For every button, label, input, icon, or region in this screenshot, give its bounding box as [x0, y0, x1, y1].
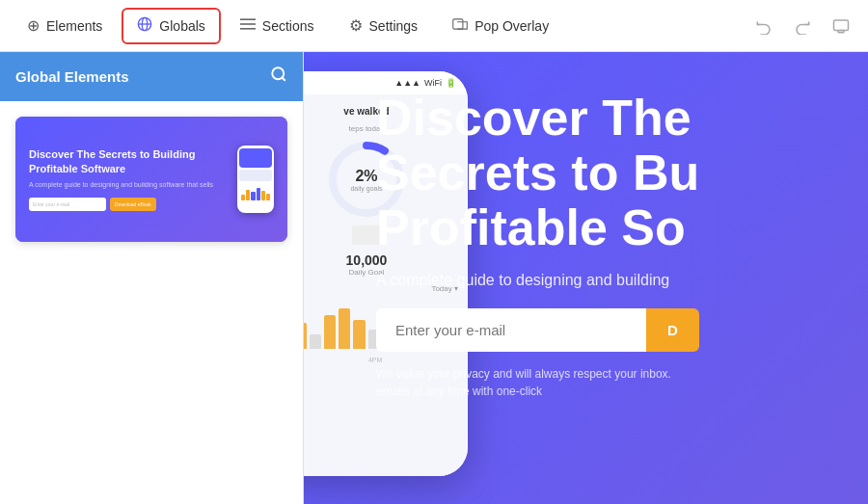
nav-right-icons	[748, 11, 856, 41]
hero-heading-line1: Discover The	[376, 90, 692, 146]
hero-heading-line2: Secrets to Bu	[376, 145, 699, 200]
hero-heading: Discover The Secrets to Bu Profitable So	[376, 91, 839, 256]
hero-privacy-text: We value your privacy and will always re…	[376, 365, 839, 400]
sections-icon	[240, 17, 256, 35]
nav-item-sections[interactable]: Sections	[225, 9, 330, 43]
chart-bar-3	[310, 334, 321, 349]
thumb-phone-mid	[239, 170, 272, 181]
gauge-label: daily goals	[350, 185, 382, 192]
hero-email-row: D	[376, 308, 839, 352]
sidebar-header: Global Elements	[0, 52, 303, 101]
main-area: Global Elements Discover The Secrets to …	[0, 52, 868, 504]
globe-icon	[137, 16, 152, 36]
svg-point-9	[272, 67, 284, 79]
thumb-title: Discover The Secrets to Building Profita…	[29, 147, 226, 175]
signal-icon: ▲▲▲	[394, 78, 420, 88]
thumb-subtitle: A complete guide to designing and buildi…	[29, 180, 226, 190]
thumb-phone-top-section	[239, 148, 272, 168]
hero-text-block: Discover The Secrets to Bu Profitable So…	[347, 91, 868, 400]
thumb-email-placeholder: Enter your e-mail	[33, 201, 69, 207]
hero-subtext: A complete guide to designing and buildi…	[376, 272, 839, 289]
nav-label-globals: Globals	[159, 18, 204, 34]
thumb-phone-chart	[239, 183, 272, 202]
nav-label-settings: Settings	[369, 18, 419, 34]
svg-rect-8	[838, 30, 844, 32]
sidebar: Global Elements Discover The Secrets to …	[0, 52, 304, 504]
nav-item-globals[interactable]: Globals	[122, 8, 220, 44]
redo-button[interactable]	[787, 11, 818, 41]
hero-cta-button[interactable]: D	[646, 308, 699, 352]
sidebar-title: Global Elements	[15, 68, 129, 85]
thumb-email-input: Enter your e-mail	[29, 198, 106, 211]
thumb-email-row: Enter your e-mail Download eBook	[29, 198, 226, 211]
chart-bar-4	[324, 315, 336, 349]
nav-item-settings[interactable]: ⚙ Settings	[334, 8, 434, 43]
hero-email-input[interactable]	[376, 308, 646, 352]
global-element-card[interactable]: Discover The Secrets to Building Profita…	[15, 117, 287, 242]
battery-icon: 🔋	[446, 78, 456, 88]
svg-rect-6	[453, 18, 463, 28]
top-nav: ⊕ Elements Globals Sections ⚙ Settings	[0, 0, 868, 52]
thumb-cta-button: Download eBook	[110, 198, 156, 211]
plus-circle-icon: ⊕	[27, 16, 40, 35]
nav-label-sections: Sections	[262, 18, 314, 34]
chart-bar-2	[304, 323, 307, 350]
nav-label-pop-overlay: Pop Overlay	[475, 18, 549, 34]
gear-icon: ⚙	[349, 16, 363, 35]
hero-heading-line3: Profitable So	[376, 199, 686, 255]
nav-item-pop-overlay[interactable]: Pop Overlay	[437, 9, 564, 43]
wifi-icon: WiFi	[424, 78, 442, 88]
svg-line-10	[282, 77, 285, 80]
thumb-phone-mockup	[226, 146, 274, 213]
svg-rect-7	[834, 20, 849, 31]
thumb-text-block: Discover The Secrets to Building Profita…	[29, 147, 226, 210]
gauge-percent: 2%	[350, 168, 382, 185]
thumb-btn-label: Download eBook	[115, 201, 151, 207]
overlay-icon	[452, 17, 468, 35]
responsive-button[interactable]	[826, 11, 856, 41]
undo-button[interactable]	[748, 11, 779, 41]
search-icon[interactable]	[270, 66, 287, 88]
nav-label-elements: Elements	[46, 18, 102, 34]
canvas-area: ▲▲▲ WiFi 🔋 ve walked teps today 2%	[304, 52, 868, 504]
nav-item-elements[interactable]: ⊕ Elements	[12, 8, 118, 43]
